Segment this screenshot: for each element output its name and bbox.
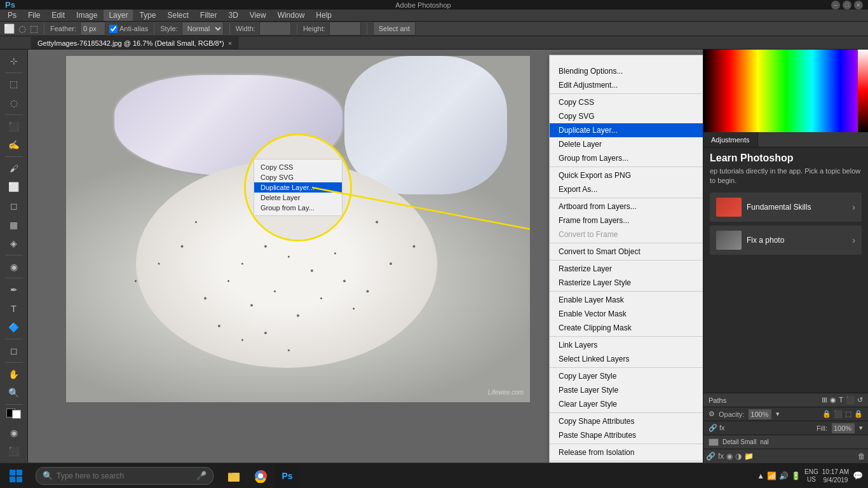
paths-icon-4[interactable]: ⬛ bbox=[846, 396, 855, 404]
search-input[interactable] bbox=[57, 471, 193, 480]
maximize-button[interactable]: □ bbox=[843, 1, 851, 10]
tool-zoom[interactable]: 🔍 bbox=[4, 384, 24, 402]
ctx-clipping-mask[interactable]: Create Clipping Mask bbox=[550, 321, 703, 335]
tool-hand[interactable]: ✋ bbox=[4, 365, 24, 383]
menu-ps[interactable]: Ps bbox=[3, 10, 22, 21]
layer-delete-icon[interactable]: 🗑 bbox=[858, 452, 865, 461]
lock-art-icon[interactable]: ⬚ bbox=[845, 410, 851, 418]
tool-clone[interactable]: ⬜ bbox=[4, 179, 24, 196]
layer-adj-icon[interactable]: ◑ bbox=[735, 452, 742, 461]
style-select[interactable]: Normal bbox=[182, 22, 224, 36]
fill-arrow[interactable]: ▾ bbox=[859, 424, 863, 432]
ctx-paste-style[interactable]: Paste Layer Style bbox=[550, 383, 703, 397]
tool-brush[interactable]: 🖌 bbox=[4, 159, 24, 177]
paths-icon-3[interactable]: T bbox=[839, 396, 843, 404]
ctx-artboard[interactable]: Artboard from Layers... bbox=[550, 200, 703, 214]
menu-type[interactable]: Type bbox=[134, 10, 161, 21]
notification-icon[interactable]: 💬 bbox=[853, 471, 863, 480]
tab-close-button[interactable]: × bbox=[228, 39, 232, 47]
height-input[interactable] bbox=[329, 22, 361, 36]
minimize-button[interactable]: ─ bbox=[831, 1, 840, 10]
menu-file[interactable]: File bbox=[23, 10, 45, 21]
menu-window[interactable]: Window bbox=[273, 10, 310, 21]
ctx-select-linked[interactable]: Select Linked Layers bbox=[550, 352, 703, 366]
fill-input[interactable] bbox=[831, 423, 855, 434]
ctx-link-layers[interactable]: Link Layers bbox=[550, 338, 703, 352]
tool-eraser[interactable]: ◻ bbox=[4, 197, 24, 215]
menu-layer[interactable]: Layer bbox=[104, 10, 133, 21]
menu-image[interactable]: Image bbox=[71, 10, 102, 21]
color-strip[interactable] bbox=[703, 50, 868, 132]
ctx-export-as[interactable]: Export As... bbox=[550, 182, 703, 196]
ctx-frame[interactable]: Frame from Layers... bbox=[550, 214, 703, 227]
background-color[interactable] bbox=[12, 410, 21, 419]
clock[interactable]: 10:17 AM 9/4/2019 bbox=[822, 468, 849, 484]
paths-icon-2[interactable]: ◉ bbox=[830, 396, 836, 404]
speaker-icon[interactable]: 🔊 bbox=[779, 471, 789, 480]
tool-move[interactable]: ⊹ bbox=[4, 52, 24, 70]
tray-up-icon[interactable]: ▲ bbox=[757, 471, 764, 480]
paths-icon-1[interactable]: ⊞ bbox=[822, 396, 827, 404]
ctx-rasterize-layer[interactable]: Rasterize Layer bbox=[550, 262, 703, 276]
select-subject-button[interactable]: Select ant bbox=[373, 22, 416, 36]
tool-shape[interactable]: ◻ bbox=[4, 342, 24, 360]
tool-shape-ellipse[interactable]: ◌ bbox=[18, 24, 26, 34]
ctx-delete-layer[interactable]: Delete Layer bbox=[550, 137, 703, 151]
tool-lasso-tool[interactable]: ◌ bbox=[4, 94, 24, 112]
ctx-copy-css[interactable]: Copy CSS bbox=[550, 95, 703, 109]
tool-shape-rect[interactable]: ⬜ bbox=[4, 24, 15, 34]
tool-text[interactable]: T bbox=[4, 300, 24, 318]
width-input[interactable] bbox=[259, 22, 291, 36]
start-button[interactable] bbox=[0, 463, 32, 489]
tool-eyedropper[interactable]: ✍ bbox=[4, 136, 24, 154]
tool-lasso[interactable]: ⬚ bbox=[30, 24, 38, 34]
tool-marquee[interactable]: ⬚ bbox=[4, 76, 24, 93]
lock-px-icon[interactable]: ⬛ bbox=[834, 410, 843, 418]
close-button[interactable]: ✕ bbox=[854, 1, 863, 10]
tool-path[interactable]: 🔷 bbox=[4, 319, 24, 337]
antialias-checkbox[interactable] bbox=[109, 25, 118, 33]
menu-select[interactable]: Select bbox=[162, 10, 193, 21]
menu-3d[interactable]: 3D bbox=[223, 10, 243, 21]
menu-view[interactable]: View bbox=[245, 10, 271, 21]
ctx-rasterize-style[interactable]: Rasterize Layer Style bbox=[550, 276, 703, 290]
canvas-area[interactable]: Copy CSS Copy SVG Duplicate Layer... Del… bbox=[28, 50, 703, 463]
menu-edit[interactable]: Edit bbox=[46, 10, 70, 21]
ctx-quick-export[interactable]: Quick Export as PNG bbox=[550, 168, 703, 182]
ctx-clear-style[interactable]: Clear Layer Style bbox=[550, 397, 703, 411]
ctx-release-isolation[interactable]: Release from Isolation bbox=[550, 445, 703, 459]
layer-fx-icon[interactable]: fx bbox=[718, 452, 724, 461]
tool-blur[interactable]: ◈ bbox=[4, 234, 24, 252]
layer-mask-icon[interactable]: ◉ bbox=[726, 452, 733, 461]
ctx-copy-svg[interactable]: Copy SVG bbox=[550, 109, 703, 123]
ctx-copy-shape[interactable]: Copy Shape Attributes bbox=[550, 414, 703, 428]
opacity-arrow[interactable]: ▾ bbox=[776, 410, 780, 418]
taskbar-app-photoshop[interactable]: Ps bbox=[275, 463, 300, 489]
taskbar-search[interactable]: 🔍 🎤 bbox=[36, 467, 214, 485]
opacity-input[interactable] bbox=[748, 409, 772, 420]
ctx-enable-vector[interactable]: Enable Vector Mask bbox=[550, 307, 703, 321]
document-tab[interactable]: GettyImages-76185342.jpg @ 16.7% (Detail… bbox=[31, 36, 239, 49]
ctx-duplicate-layer[interactable]: Duplicate Layer... bbox=[550, 123, 703, 137]
battery-icon[interactable]: 🔋 bbox=[791, 471, 801, 480]
paths-icon-5[interactable]: ↺ bbox=[857, 396, 863, 404]
learn-card-fixphoto[interactable]: Fix a photo › bbox=[710, 226, 862, 255]
layer-link-icon[interactable]: 🔗 bbox=[706, 452, 715, 461]
network-icon[interactable]: 📶 bbox=[767, 471, 776, 480]
menu-filter[interactable]: Filter bbox=[195, 10, 222, 21]
tool-pen[interactable]: ✒ bbox=[4, 281, 24, 299]
tool-screen-mode[interactable]: ⬛ bbox=[4, 443, 24, 461]
lock-icon[interactable]: 🔒 bbox=[822, 410, 831, 418]
ctx-copy-style[interactable]: Copy Layer Style bbox=[550, 369, 703, 383]
ctx-paste-shape[interactable]: Paste Shape Attributes bbox=[550, 428, 703, 442]
adjustments-tab[interactable]: Adjustments bbox=[703, 132, 758, 147]
ctx-edit-adjustment[interactable]: Edit Adjustment... bbox=[550, 78, 703, 92]
menu-help[interactable]: Help bbox=[311, 10, 337, 21]
layer-folder-icon[interactable]: 📁 bbox=[744, 452, 754, 461]
mic-icon[interactable]: 🎤 bbox=[196, 471, 207, 480]
taskbar-app-file-explorer[interactable] bbox=[221, 463, 247, 489]
ctx-convert-smart[interactable]: Convert to Smart Object bbox=[550, 245, 703, 259]
learn-card-fundamental[interactable]: Fundamental Skills › bbox=[710, 193, 862, 222]
tool-crop[interactable]: ⬛ bbox=[4, 118, 24, 135]
taskbar-app-chrome[interactable] bbox=[248, 463, 273, 489]
